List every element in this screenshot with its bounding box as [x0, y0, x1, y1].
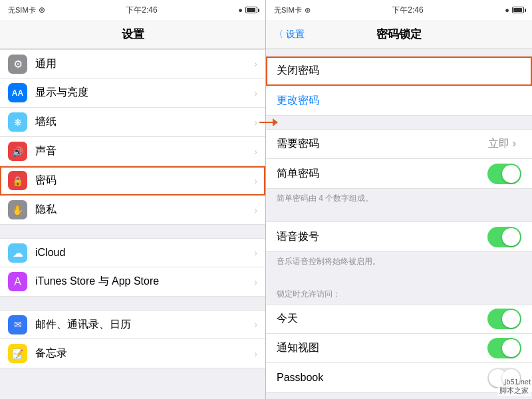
right-content: 关闭密码 更改密码 需要密码 立即 › 简单密码 简单密码由 4 个数字组成。: [266, 49, 532, 399]
wallpaper-label: 墙纸: [35, 115, 254, 129]
left-status-left: 无SIM卡 ⊛: [8, 5, 45, 15]
right-gap-top: [266, 49, 532, 56]
display-icon: AA: [8, 83, 27, 102]
mail-chevron: ›: [254, 319, 257, 330]
right-item-turnoff-label: 关闭密码: [277, 64, 521, 78]
icloud-icon: ☁: [8, 243, 27, 263]
battery-icon: [245, 7, 257, 13]
gap-1: [0, 225, 265, 238]
display-label: 显示与亮度: [35, 86, 254, 100]
left-time: 下午2:46: [126, 5, 157, 16]
settings-item-mail[interactable]: ✉ 邮件、通讯录、日历 ›: [0, 310, 265, 339]
itunes-chevron: ›: [254, 277, 257, 287]
simple-note: 简单密码由 4 个数字组成。: [266, 189, 532, 208]
right-section-3: 语音拨号: [266, 221, 532, 252]
sound-label: 声音: [35, 144, 254, 158]
right-item-notification-label: 通知视图: [277, 341, 487, 355]
section4-header: 锁定时允许访问：: [266, 285, 532, 304]
gap-2: [0, 297, 265, 310]
settings-section-2: ☁ iCloud › A iTunes Store 与 App Store ›: [0, 238, 265, 297]
left-phone-panel: 无SIM卡 ⊛ 下午2:46 ● 设置 ⚙ 通用 › AA: [0, 0, 266, 399]
mail-label: 邮件、通讯录、日历: [35, 318, 254, 332]
voice-note: 音乐语音控制将始终被启用。: [266, 252, 532, 271]
icloud-label: iCloud: [35, 247, 254, 259]
right-gap-4: [266, 271, 532, 285]
general-icon: ⚙: [8, 55, 27, 74]
right-battery-icon: [512, 7, 524, 13]
right-item-require[interactable]: 需要密码 立即 ›: [266, 130, 532, 159]
right-item-simple-label: 简单密码: [277, 167, 487, 181]
right-nav-back[interactable]: 〈 设置: [274, 29, 305, 41]
right-time: 下午2:46: [392, 5, 423, 16]
right-section-4: 今天 通知视图 Passbook: [266, 304, 532, 393]
right-item-today-label: 今天: [277, 312, 487, 326]
passcode-label: 密码: [35, 174, 254, 188]
wallpaper-chevron: ›: [254, 117, 257, 128]
right-item-passbook[interactable]: Passbook: [266, 363, 532, 392]
right-item-change[interactable]: 更改密码: [266, 86, 532, 115]
right-item-notification[interactable]: 通知视图: [266, 334, 532, 363]
general-label: 通用: [35, 57, 254, 71]
settings-item-icloud[interactable]: ☁ iCloud ›: [0, 238, 265, 267]
settings-section-1: ⚙ 通用 › AA 显示与亮度 › ❋ 墙纸 › 🔊 声音 ›: [0, 49, 265, 225]
settings-item-sound[interactable]: 🔊 声音 ›: [0, 137, 265, 166]
passcode-chevron: ›: [254, 176, 257, 186]
privacy-icon: ✋: [8, 200, 27, 219]
right-item-turnoff[interactable]: 关闭密码: [266, 57, 532, 86]
voicedial-toggle[interactable]: [487, 227, 521, 247]
no-sim-text: 无SIM卡: [8, 5, 36, 15]
right-status-left: 无SIM卡 ⊛: [274, 5, 311, 15]
right-section-2: 需要密码 立即 › 简单密码: [266, 129, 532, 189]
display-chevron: ›: [254, 88, 257, 98]
itunes-label: iTunes Store 与 App Store: [35, 275, 254, 289]
passcode-icon: 🔒: [8, 171, 27, 190]
right-item-voicedial[interactable]: 语音拨号: [266, 222, 532, 251]
right-status-bar: 无SIM卡 ⊛ 下午2:46 ●: [266, 0, 532, 20]
right-item-voicedial-label: 语音拨号: [277, 230, 487, 244]
right-section-1: 关闭密码 更改密码: [266, 56, 532, 116]
privacy-label: 隐私: [35, 203, 254, 217]
sound-icon: 🔊: [8, 142, 27, 161]
settings-item-wallpaper[interactable]: ❋ 墙纸 ›: [0, 108, 265, 137]
right-nav-title: 密码锁定: [376, 27, 422, 42]
privacy-chevron: ›: [254, 205, 257, 215]
settings-item-passcode[interactable]: 🔒 密码 ›: [0, 166, 265, 196]
settings-item-itunes[interactable]: A iTunes Store 与 App Store ›: [0, 267, 265, 297]
left-nav-bar: 设置: [0, 20, 265, 49]
left-settings-list: ⚙ 通用 › AA 显示与亮度 › ❋ 墙纸 › 🔊 声音 ›: [0, 49, 265, 399]
right-status-right: ●: [505, 6, 524, 14]
settings-item-privacy[interactable]: ✋ 隐私 ›: [0, 196, 265, 225]
right-item-change-label: 更改密码: [277, 94, 521, 108]
icloud-chevron: ›: [254, 247, 257, 258]
right-no-sim: 无SIM卡: [274, 5, 302, 15]
right-gap-3: [266, 208, 532, 221]
right-item-simple[interactable]: 简单密码: [266, 159, 532, 188]
right-nav-bar: 〈 设置 密码锁定: [266, 20, 532, 49]
watermark-site: 脚本之家: [497, 385, 531, 396]
notification-toggle[interactable]: [487, 338, 521, 358]
right-item-require-value: 立即 ›: [488, 137, 516, 151]
charge-icon: ●: [238, 6, 243, 14]
right-gap-2: [266, 116, 532, 129]
mail-icon: ✉: [8, 315, 27, 334]
settings-item-display[interactable]: AA 显示与亮度 ›: [0, 78, 265, 108]
notes-label: 备忘录: [35, 346, 254, 360]
right-item-today[interactable]: 今天: [266, 305, 532, 334]
right-wifi-icon: ⊛: [305, 6, 311, 15]
arrow-decoration: [259, 118, 278, 126]
notes-chevron: ›: [254, 348, 257, 359]
sound-chevron: ›: [254, 146, 257, 157]
right-phone-panel: 无SIM卡 ⊛ 下午2:46 ● 〈 设置 密码锁定 关闭密码 更改密码: [266, 0, 532, 399]
today-toggle[interactable]: [487, 309, 521, 329]
wifi-icon: ⊛: [39, 5, 45, 15]
simple-toggle[interactable]: [487, 164, 521, 184]
right-item-require-label: 需要密码: [277, 137, 488, 151]
general-chevron: ›: [254, 59, 257, 69]
itunes-icon: A: [8, 272, 27, 291]
settings-item-general[interactable]: ⚙ 通用 ›: [0, 49, 265, 78]
settings-section-3: ✉ 邮件、通讯录、日历 › 📝 备忘录 ›: [0, 310, 265, 368]
left-status-bar: 无SIM卡 ⊛ 下午2:46 ●: [0, 0, 265, 20]
right-charge-icon: ●: [505, 6, 509, 14]
notes-icon: 📝: [8, 344, 27, 363]
settings-item-notes[interactable]: 📝 备忘录 ›: [0, 339, 265, 368]
